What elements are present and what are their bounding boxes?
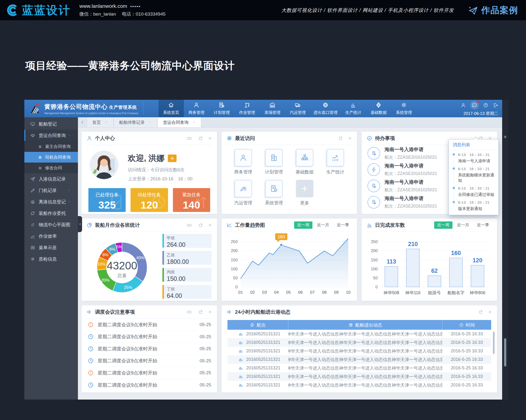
website-url[interactable]: www.lanlanwork.com — [79, 3, 127, 9]
ellipsis-box-icon[interactable] — [185, 310, 193, 315]
table-row-4[interactable]: 20160525131321神华天津一号进入动态信息神华天津一号进入动态信息神华… — [227, 364, 491, 372]
table-row-3[interactable]: 20160525131321神华天津一号进入动态信息神华天津一号进入动态信息神华… — [227, 355, 491, 364]
close-icon[interactable] — [208, 310, 212, 314]
message-item-0[interactable]: 6-13 16：33：21海南一号入港申请 — [453, 152, 496, 164]
sidebar-item-2[interactable]: 入港信息记录 — [24, 173, 78, 185]
sidebar-item-9[interactable]: 质检信息 — [24, 253, 78, 265]
col-label: 航次 — [257, 322, 266, 328]
nav-item-6[interactable]: 进出道口管理 — [311, 100, 341, 117]
message-item-3[interactable]: 6-13 16：33：21版本更新通知 — [453, 200, 496, 211]
avatar — [90, 151, 118, 179]
recent-shortcuts: 商务管理计划管理基础数据生产统计汽运管理系统管理更多 — [222, 145, 357, 206]
app-title-english: Management Management System of Logistic… — [44, 112, 138, 115]
card-controls — [478, 310, 492, 315]
range-button-1[interactable]: 近一月 — [314, 221, 332, 229]
close-icon[interactable] — [503, 135, 507, 139]
sidebar-subitem-0[interactable]: 雇主合同查询 — [24, 141, 78, 152]
nav-item-0[interactable]: 系统首页 — [159, 100, 184, 117]
nav-item-4[interactable]: 库场管理 — [260, 100, 285, 117]
sitemap-icon — [300, 153, 309, 162]
sidebar-item-8[interactable]: 菜单示意 — [24, 242, 78, 253]
dashboard-window: 黄骅港务公司物流中心生产管理系统 Management Management S… — [24, 100, 502, 400]
sidebar-subitem-2[interactable]: 修改合同 — [24, 163, 78, 173]
nav-item-8[interactable]: 基础数据 — [366, 100, 391, 117]
table-row-0[interactable]: 20160525131321神华天津一号进入动态信息神华天津一号进入动态信息神华… — [227, 330, 491, 338]
sidebar-item-3[interactable]: 门机记录 — [24, 185, 78, 196]
nav-item-9[interactable]: 系统管理 — [391, 100, 417, 117]
nav-item-3[interactable]: 作业管理 — [234, 100, 260, 117]
shortcut-0[interactable]: 商务管理 — [228, 149, 259, 175]
stat-box-0[interactable]: 已处理任务325 — [88, 188, 126, 212]
table-row-5[interactable]: 20160525131321神华天津一号进入动态信息神华天津一号进入动态信息神华… — [227, 372, 491, 381]
close-icon[interactable] — [208, 223, 212, 227]
ellipsis-box-icon[interactable] — [185, 136, 193, 141]
shortcut-1[interactable]: 计划管理 — [259, 149, 289, 175]
close-icon[interactable] — [208, 136, 212, 140]
sidebar-item-1[interactable]: 货运合同查询 — [24, 130, 78, 141]
nav-item-2[interactable]: 计划管理 — [209, 100, 234, 117]
close-icon[interactable] — [348, 136, 352, 140]
sidebar-item-7[interactable]: 作业效率 — [24, 230, 78, 242]
shortcut-2[interactable]: 基础数据 — [289, 149, 320, 175]
meeting-item-1[interactable]: 星期二调度会议9点准时开始05-25 — [87, 331, 211, 343]
range-button-1[interactable]: 近一月 — [454, 221, 472, 229]
row-time: 2016-5-25 16:33 — [443, 372, 491, 381]
nav-item-7[interactable]: 生产统计 — [341, 100, 366, 117]
util-help[interactable] — [483, 102, 488, 108]
meeting-item-5[interactable]: 星期二调度会议9点准时开始05-25 — [87, 379, 211, 391]
shortcut-label: 商务管理 — [234, 169, 252, 175]
util-profile[interactable] — [460, 102, 466, 108]
refresh-icon[interactable] — [198, 223, 203, 228]
sidebar-item-4[interactable]: 离港信息登记 — [24, 196, 78, 208]
nav-item-1[interactable]: 商务管理 — [184, 100, 209, 117]
shortcut-6[interactable]: 更多 — [289, 180, 320, 206]
nav-item-5[interactable]: 汽运管理 — [285, 100, 311, 117]
meeting-item-2[interactable]: 星期二调度会议9点准时开始05-25 — [87, 343, 211, 355]
range-button-2[interactable]: 近一季 — [334, 221, 352, 229]
tab-0[interactable]: 首页 — [87, 117, 113, 127]
util-logout[interactable] — [493, 102, 498, 108]
app-subtitle: 生产管理系统 — [109, 105, 137, 110]
shortcut-5[interactable]: 系统管理 — [259, 180, 289, 206]
message-item-2[interactable]: 6-13 16：33：21合同修改已通过审核 — [453, 186, 496, 197]
sidebar-item-0[interactable]: 船舶登记 — [24, 118, 78, 130]
donut-chart: 40%25%20%10%8%8%5%43200总量 — [88, 233, 157, 301]
clipboard-clock-icon — [218, 102, 225, 108]
refresh-icon[interactable] — [338, 136, 343, 141]
services-list: 大数据可视化设计 / 软件界面设计 / 网站建设 / 手机及小程序设计 / 软件… — [281, 7, 454, 14]
meeting-item-4[interactable]: 星期二调度会议9点准时开始05-25 — [87, 367, 211, 379]
shortcut-4[interactable]: 汽运管理 — [228, 180, 259, 206]
sidebar-item-5[interactable]: 装船作业委托 — [24, 208, 78, 219]
sidebar-subitem-1[interactable]: 司机合同查询 — [24, 152, 78, 163]
meeting-item-3[interactable]: 星期二调度会议9点准时开始05-25 — [87, 355, 211, 367]
refresh-icon[interactable] — [478, 310, 483, 315]
voyage-number: 20160525131321 — [246, 365, 280, 371]
svg-text:0: 0 — [235, 285, 238, 289]
ellipsis-box-icon[interactable] — [185, 223, 193, 228]
message-item-1[interactable]: 6-13 16：33：21系统船舶模块更新通知 — [453, 166, 496, 183]
portfolio-link[interactable]: 作品案例 — [467, 4, 518, 16]
tab-back-button[interactable] — [78, 117, 87, 127]
table-scrollbar-thumb[interactable] — [493, 332, 495, 354]
refresh-icon[interactable] — [198, 136, 203, 141]
refresh-icon[interactable] — [198, 310, 203, 315]
close-icon[interactable] — [488, 310, 492, 314]
table-row-6[interactable]: 20160525131321神华天津一号进入动态信息神华天津一号进入动态信息神华… — [227, 381, 491, 389]
util-messages[interactable] — [470, 101, 479, 109]
shortcut-3[interactable]: 生产统计 — [320, 149, 351, 175]
table-row-2[interactable]: 20160525131321神华天津一号进入动态信息神华天津一号进入动态信息神华… — [227, 347, 491, 355]
sidebar-collapse-handle[interactable] — [78, 216, 82, 232]
range-button-0[interactable]: 近一周 — [434, 221, 453, 229]
tab-2[interactable]: 货运合同查询 — [157, 117, 201, 127]
range-button-0[interactable]: 近一周 — [294, 221, 313, 229]
sidebar-item-6[interactable]: 物流中心平面图 — [24, 219, 78, 230]
card-title: 最近访问 — [235, 135, 255, 142]
table-row-1[interactable]: 20160525131321神华天津一号进入动态信息神华天津一号进入动态信息神华… — [227, 338, 491, 347]
meeting-item-0[interactable]: 星期二调度会议9点准时开始05-25 — [87, 319, 211, 331]
stat-box-2[interactable]: 紧急任务140 — [173, 188, 210, 212]
range-button-2[interactable]: 近一季 — [474, 221, 492, 229]
page-scrollbar-thumb[interactable] — [504, 338, 506, 366]
portfolio-label: 作品案例 — [481, 4, 518, 16]
tab-1[interactable]: 船舶停靠记录 — [113, 117, 157, 127]
stat-box-1[interactable]: 待处理任务120 — [131, 188, 168, 212]
